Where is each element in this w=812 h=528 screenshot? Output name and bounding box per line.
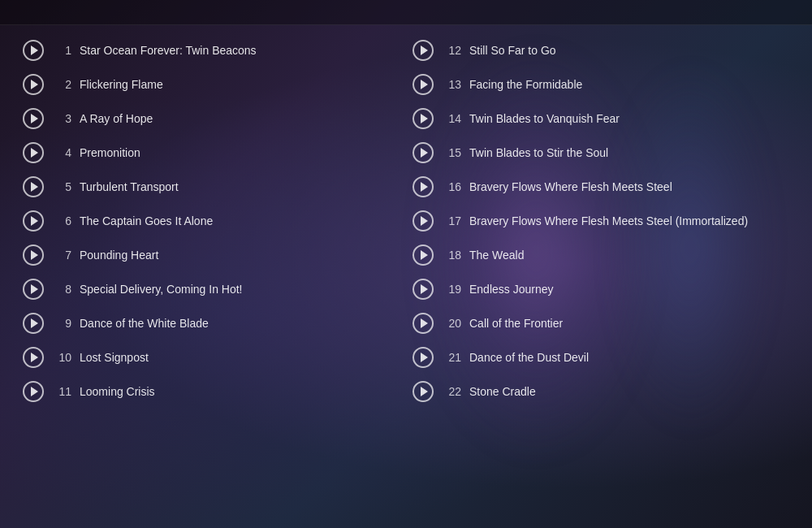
track-item[interactable]: 21Dance of the Dust Devil — [406, 340, 796, 374]
play-icon — [421, 353, 428, 362]
track-name: Twin Blades to Vanquish Fear — [469, 111, 620, 126]
play-button[interactable] — [23, 176, 44, 197]
tracks-grid: 1Star Ocean Forever: Twin Beacons2Flicke… — [0, 25, 812, 417]
play-button[interactable] — [412, 245, 434, 266]
track-number: 16 — [440, 180, 461, 193]
play-button[interactable] — [412, 74, 434, 95]
track-item[interactable]: 15Twin Blades to Stir the Soul — [406, 136, 796, 170]
tracks-left-column: 1Star Ocean Forever: Twin Beacons2Flicke… — [16, 33, 406, 409]
track-item[interactable]: 20Call of the Frontier — [406, 306, 796, 340]
play-button[interactable] — [412, 108, 434, 129]
track-number: 12 — [440, 44, 461, 57]
play-button[interactable] — [412, 279, 434, 300]
play-button[interactable] — [23, 279, 44, 300]
play-button[interactable] — [23, 74, 44, 95]
main-container: 1Star Ocean Forever: Twin Beacons2Flicke… — [0, 0, 812, 528]
disc-header — [0, 0, 812, 25]
play-button[interactable] — [412, 40, 434, 61]
play-icon — [31, 387, 38, 396]
track-number: 15 — [440, 146, 461, 159]
track-name: The Captain Goes It Alone — [80, 214, 213, 228]
track-number: 19 — [440, 283, 461, 296]
play-button[interactable] — [412, 210, 434, 232]
track-number: 2 — [50, 78, 71, 91]
play-button[interactable] — [412, 347, 434, 368]
track-number: 4 — [50, 146, 71, 159]
track-item[interactable]: 10Lost Signpost — [16, 340, 406, 374]
play-icon — [31, 45, 38, 55]
play-button[interactable] — [412, 176, 434, 197]
track-number: 5 — [50, 180, 71, 193]
track-number: 9 — [50, 317, 71, 330]
track-item[interactable]: 19Endless Journey — [406, 272, 796, 306]
track-item[interactable]: 5Turbulent Transport — [16, 170, 406, 204]
track-number: 1 — [50, 44, 71, 57]
track-number: 10 — [50, 351, 71, 364]
play-button[interactable] — [412, 313, 434, 334]
track-number: 21 — [440, 351, 461, 364]
play-button[interactable] — [412, 142, 434, 163]
play-icon — [421, 387, 428, 396]
track-name: Flickering Flame — [80, 77, 163, 92]
play-button[interactable] — [23, 40, 44, 61]
play-icon — [421, 80, 428, 89]
play-icon — [31, 353, 38, 362]
track-number: 7 — [50, 249, 71, 262]
track-name: Pounding Heart — [80, 248, 158, 262]
track-name: Facing the Formidable — [469, 77, 582, 92]
play-button[interactable] — [23, 347, 44, 368]
track-number: 8 — [50, 283, 71, 296]
play-button[interactable] — [23, 108, 44, 129]
track-item[interactable]: 14Twin Blades to Vanquish Fear — [406, 102, 796, 136]
track-item[interactable]: 13Facing the Formidable — [406, 67, 796, 102]
play-icon — [421, 182, 428, 192]
play-button[interactable] — [23, 313, 44, 334]
play-button[interactable] — [23, 245, 44, 266]
play-icon — [31, 80, 38, 89]
track-name: Endless Journey — [469, 282, 554, 296]
track-name: Lost Signpost — [80, 350, 149, 365]
track-name: Stone Cradle — [469, 384, 536, 399]
play-button[interactable] — [23, 381, 44, 402]
play-icon — [31, 318, 38, 328]
track-item[interactable]: 17Bravery Flows Where Flesh Meets Steel … — [406, 204, 796, 238]
track-item[interactable]: 3A Ray of Hope — [16, 102, 406, 136]
play-icon — [421, 148, 428, 158]
track-item[interactable]: 12Still So Far to Go — [406, 33, 796, 67]
track-item[interactable]: 2Flickering Flame — [16, 67, 406, 102]
track-number: 11 — [50, 385, 71, 398]
track-name: Premonition — [80, 145, 140, 160]
track-number: 13 — [440, 78, 461, 91]
track-item[interactable]: 11Looming Crisis — [16, 374, 406, 409]
tracks-right-column: 12Still So Far to Go13Facing the Formida… — [406, 33, 796, 409]
track-item[interactable]: 4Premonition — [16, 136, 406, 170]
play-icon — [421, 284, 428, 294]
play-button[interactable] — [412, 381, 434, 402]
track-item[interactable]: 1Star Ocean Forever: Twin Beacons — [16, 33, 406, 67]
play-icon — [31, 284, 38, 294]
track-item[interactable]: 16Bravery Flows Where Flesh Meets Steel — [406, 170, 796, 204]
play-icon — [31, 182, 38, 192]
play-button[interactable] — [23, 210, 44, 232]
track-item[interactable]: 8Special Delivery, Coming In Hot! — [16, 272, 406, 306]
track-item[interactable]: 9Dance of the White Blade — [16, 306, 406, 340]
track-name: Bravery Flows Where Flesh Meets Steel (I… — [469, 214, 748, 228]
track-item[interactable]: 6The Captain Goes It Alone — [16, 204, 406, 238]
track-name: Twin Blades to Stir the Soul — [469, 145, 608, 160]
track-item[interactable]: 18The Weald — [406, 238, 796, 272]
track-item[interactable]: 22Stone Cradle — [406, 374, 796, 409]
track-name: Special Delivery, Coming In Hot! — [80, 282, 242, 296]
track-name: Looming Crisis — [80, 384, 155, 399]
play-icon — [31, 216, 38, 226]
track-name: Call of the Frontier — [469, 316, 563, 331]
track-name: Turbulent Transport — [80, 180, 179, 194]
track-name: Still So Far to Go — [469, 43, 556, 58]
track-number: 3 — [50, 112, 71, 125]
track-item[interactable]: 7Pounding Heart — [16, 238, 406, 272]
track-name: Dance of the White Blade — [80, 316, 209, 331]
track-number: 14 — [440, 112, 461, 125]
play-icon — [421, 45, 428, 55]
play-icon — [31, 114, 38, 123]
track-name: Star Ocean Forever: Twin Beacons — [80, 43, 257, 58]
play-button[interactable] — [23, 142, 44, 163]
